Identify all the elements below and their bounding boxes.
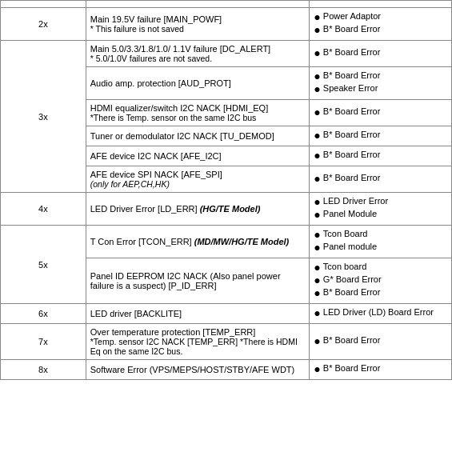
blink-count-4x: 4x [1,193,86,226]
table-row: 5xT Con Error [TCON_ERR] (MD/MW/HG/TE Mo… [1,226,452,258]
bullet-icon: ● [314,83,320,94]
error-item: ●B* Board Error [314,24,447,35]
error-table: 2xMain 19.5V failure [MAIN_POWF]* This f… [0,0,452,380]
error-cell-5x-1: ●Tcon board●G* Board Error●B* Board Erro… [310,258,452,304]
detection-cell-3x-1: Audio amp. protection [AUD_PROT] [86,67,310,100]
error-item: ●Tcon Board [314,229,447,240]
error-label: Panel Module [323,209,377,218]
error-label: B* Board Error [323,70,381,80]
bullet-icon: ● [314,106,320,118]
blink-count-6x: 6x [1,304,86,324]
detection-cell-2x: Main 19.5V failure [MAIN_POWF]* This fai… [86,8,310,41]
table-row: 2xMain 19.5V failure [MAIN_POWF]* This f… [1,8,452,41]
error-item: ●B* Board Error [314,106,447,118]
error-label: LED Driver (LD) Board Error [323,307,434,317]
bullet-icon: ● [314,262,320,273]
error-label: B* Board Error [323,287,381,297]
error-cell-3x-3: ●B* Board Error [310,126,452,146]
blink-count-7x: 7x [1,324,86,360]
error-label: Power Adaptor [323,11,381,21]
table-row: 4xLED Driver Error [LD_ERR] (HG/TE Model… [1,193,452,226]
error-label: B* Board Error [323,173,381,182]
bullet-icon: ● [314,150,320,161]
error-item: ●LED Driver (LD) Board Error [314,307,447,318]
detection-cell-3x-2: HDMI equalizer/switch I2C NACK [HDMI_EQ]… [86,100,310,126]
bullet-icon: ● [314,242,320,253]
bullet-icon: ● [314,47,320,58]
error-cell-8x: ●B* Board Error [310,360,452,380]
header-board-error [310,1,452,8]
error-label: B* Board Error [323,130,381,139]
error-item: ●B* Board Error [314,173,447,184]
bullet-icon: ● [314,287,320,298]
error-cell-5x-0: ●Tcon Board●Panel module [310,226,452,258]
error-label: B* Board Error [323,335,381,345]
detection-cell-5x-0: T Con Error [TCON_ERR] (MD/MW/HG/TE Mode… [86,226,310,258]
error-item: ●Tcon board [314,262,447,273]
error-cell-3x-2: ●B* Board Error [310,100,452,126]
error-item: ●B* Board Error [314,150,447,161]
bullet-icon: ● [314,335,320,346]
error-item: ●Speaker Error [314,83,447,94]
detection-cell-8x: Software Error (VPS/MEPS/HOST/STBY/AFE W… [86,360,310,380]
bullet-icon: ● [314,363,320,374]
bullet-icon: ● [314,24,320,35]
error-cell-4x: ●LED Driver Error●Panel Module [310,193,452,226]
bullet-icon: ● [314,173,320,184]
table-row: 6xLED driver [BACKLITE]●LED Driver (LD) … [1,304,452,324]
error-item: ●B* Board Error [314,70,447,82]
error-item: ●Power Adaptor [314,11,447,22]
table-row: 3xMain 5.0/3.3/1.8/1.0/ 1.1V failure [DC… [1,41,452,67]
error-item: ●B* Board Error [314,287,447,298]
detection-cell-3x-4: AFE device I2C NACK [AFE_I2C] [86,146,310,166]
detection-cell-5x-1: Panel ID EEPROM I2C NACK (Also panel pow… [86,258,310,304]
blink-count-3x: 3x [1,41,86,193]
bullet-icon: ● [314,307,320,318]
detection-cell-7x: Over temperature protection [TEMP_ERR]*T… [86,324,310,360]
detection-cell-3x-0: Main 5.0/3.3/1.8/1.0/ 1.1V failure [DC_A… [86,41,310,67]
blink-count-8x: 8x [1,360,86,380]
error-label: Panel module [323,242,377,251]
error-cell-3x-4: ●B* Board Error [310,146,452,166]
error-label: B* Board Error [323,106,381,116]
error-item: ●B* Board Error [314,47,447,58]
error-label: G* Board Error [323,274,382,284]
blink-count-5x: 5x [1,226,86,304]
bullet-icon: ● [314,274,320,286]
detection-cell-4x: LED Driver Error [LD_ERR] (HG/TE Model) [86,193,310,226]
bullet-icon: ● [314,196,320,207]
error-item: ●Panel Module [314,209,447,220]
error-cell-6x: ●LED Driver (LD) Board Error [310,304,452,324]
blink-count-2x: 2x [1,8,86,41]
error-cell-3x-0: ●B* Board Error [310,41,452,67]
bullet-icon: ● [314,209,320,220]
table-row: 7xOver temperature protection [TEMP_ERR]… [1,324,452,360]
error-item: ●B* Board Error [314,130,447,141]
detection-cell-3x-3: Tuner or demodulator I2C NACK [TU_DEMOD] [86,126,310,146]
detection-cell-6x: LED driver [BACKLITE] [86,304,310,324]
error-cell-2x: ●Power Adaptor●B* Board Error [310,8,452,41]
table-row: 8xSoftware Error (VPS/MEPS/HOST/STBY/AFE… [1,360,452,380]
detection-cell-3x-5: AFE device SPI NACK [AFE_SPI](only for A… [86,166,310,193]
bullet-icon: ● [314,70,320,82]
error-item: ●Panel module [314,242,447,253]
error-label: B* Board Error [323,363,381,373]
bullet-icon: ● [314,130,320,141]
error-label: Speaker Error [323,83,378,93]
error-label: LED Driver Error [323,196,388,206]
bullet-icon: ● [314,229,320,240]
error-label: B* Board Error [323,150,381,159]
error-label: B* Board Error [323,24,381,34]
error-item: ●B* Board Error [314,363,447,374]
error-label: B* Board Error [323,47,381,57]
header-blink-count [1,1,86,8]
error-item: ●G* Board Error [314,274,447,286]
error-cell-3x-5: ●B* Board Error [310,166,452,193]
error-label: Tcon Board [323,229,368,238]
error-item: ●LED Driver Error [314,196,447,207]
bullet-icon: ● [314,11,320,22]
error-label: Tcon board [323,262,366,271]
error-item: ●B* Board Error [314,335,447,346]
error-cell-7x: ●B* Board Error [310,324,452,360]
error-cell-3x-1: ●B* Board Error●Speaker Error [310,67,452,100]
